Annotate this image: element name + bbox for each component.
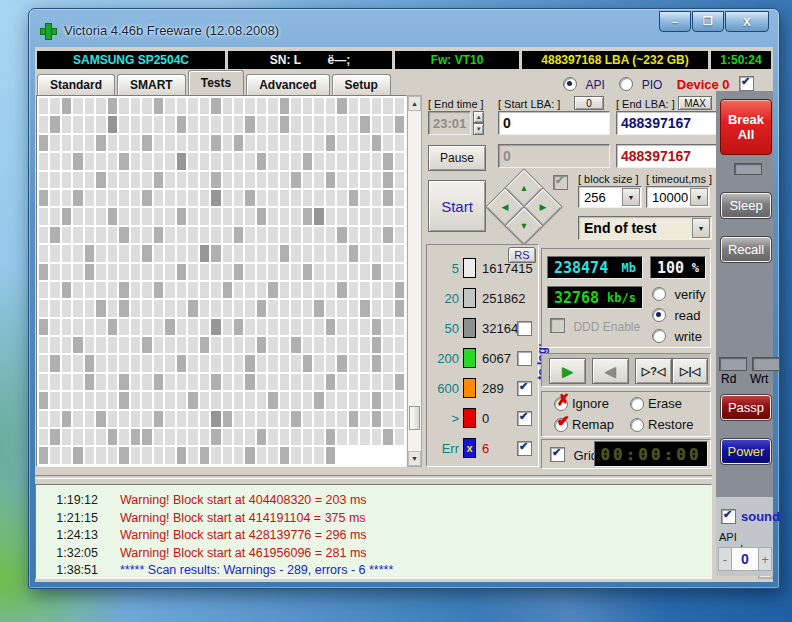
block-cell xyxy=(268,319,277,335)
tab-advanced[interactable]: Advanced xyxy=(246,74,329,95)
block-cell xyxy=(177,135,186,151)
legend-row-err: Errx6 xyxy=(431,433,534,463)
block-cell xyxy=(211,411,220,427)
log-message: Warning! Block start at 404408320 = 203 … xyxy=(120,492,367,510)
block-cell xyxy=(85,337,94,353)
block-cell xyxy=(154,153,163,169)
write-label: write xyxy=(674,329,701,344)
scrollbar-thumb[interactable] xyxy=(409,406,420,430)
block-cell xyxy=(280,429,289,445)
tab-setup[interactable]: Setup xyxy=(332,74,391,95)
block-cell-empty xyxy=(372,447,381,463)
seek-error-button[interactable]: ▷?◁ xyxy=(635,358,672,384)
timeout-dropdown[interactable]: 10000 ▼ xyxy=(646,186,710,208)
ignore-radio[interactable]: ✗ xyxy=(554,397,568,411)
write-radio[interactable] xyxy=(652,329,666,343)
recall-button[interactable]: Recall xyxy=(721,237,771,262)
block-cell xyxy=(154,135,163,151)
sound-checkbox[interactable] xyxy=(721,509,736,524)
ddd-enable-checkbox[interactable] xyxy=(550,318,565,333)
block-cell xyxy=(360,245,369,261)
to-log-checkbox->[interactable] xyxy=(517,411,532,426)
block-cell xyxy=(50,447,59,463)
dropdown-arrow-icon[interactable]: ▼ xyxy=(692,218,710,238)
block-cell xyxy=(131,135,140,151)
scan-back-button[interactable]: ◀ xyxy=(592,358,629,384)
start-button[interactable]: Start xyxy=(428,180,486,232)
block-cell xyxy=(131,227,140,243)
end-lba-input[interactable]: 488397167 xyxy=(616,111,718,135)
passp-button[interactable]: Passp xyxy=(721,395,771,420)
maximize-button[interactable]: ❒ xyxy=(692,11,724,32)
block-cell xyxy=(119,227,128,243)
block-cell xyxy=(188,190,197,206)
read-radio[interactable] xyxy=(652,308,666,322)
block-cell xyxy=(223,429,232,445)
to-log-checkbox-err[interactable] xyxy=(517,441,532,456)
block-map-scrollbar[interactable]: ▲ ▼ xyxy=(407,95,422,467)
api-radio[interactable] xyxy=(563,77,577,91)
block-cell xyxy=(50,374,59,390)
block-cell xyxy=(96,355,105,371)
seek-end-button[interactable]: ▷|◁ xyxy=(672,358,708,384)
block-cell xyxy=(337,245,346,261)
api-plus-button[interactable]: + xyxy=(758,547,772,571)
dropdown-arrow-icon[interactable]: ▼ xyxy=(622,188,640,206)
end-time-up-icon[interactable]: ▲ xyxy=(473,111,484,123)
block-cell xyxy=(177,337,186,353)
block-cell xyxy=(291,227,300,243)
scroll-up-icon[interactable]: ▲ xyxy=(408,96,421,111)
remap-radio[interactable]: ✔ xyxy=(554,418,568,432)
max-button[interactable]: MAX xyxy=(678,96,712,110)
verify-radio[interactable] xyxy=(652,287,666,301)
end-time-down-icon[interactable]: ▼ xyxy=(473,123,484,135)
block-cell xyxy=(234,429,243,445)
block-cell xyxy=(200,282,209,298)
tab-tests[interactable]: Tests xyxy=(188,70,244,95)
dropdown-arrow-icon[interactable]: ▼ xyxy=(690,188,708,206)
start-lba-zero-button[interactable]: 0 xyxy=(574,96,604,110)
pio-radio[interactable] xyxy=(619,77,633,91)
block-cell xyxy=(234,135,243,151)
title-bar[interactable]: Victoria 4.46b Freeware (12.08.2008) – ❒… xyxy=(29,9,779,47)
tab-standard[interactable]: Standard xyxy=(37,74,115,95)
scan-forward-button[interactable]: ▶ xyxy=(549,358,586,384)
block-cell xyxy=(326,264,335,280)
to-log-checkbox-200[interactable] xyxy=(517,351,532,366)
grid-checkbox[interactable] xyxy=(550,447,565,462)
restore-radio[interactable] xyxy=(630,418,644,432)
api-minus-button[interactable]: - xyxy=(718,547,732,571)
tab-smart[interactable]: SMART xyxy=(117,74,186,95)
block-cell xyxy=(200,319,209,335)
break-all-button[interactable]: BreakAll xyxy=(720,99,772,155)
end-action-dropdown[interactable]: End of test ▼ xyxy=(578,216,712,240)
close-button[interactable]: X xyxy=(725,11,769,32)
legend-threshold-label: 600 xyxy=(431,381,459,396)
end-time-spinner[interactable]: 23:01 ▲ ▼ xyxy=(428,111,484,135)
log-entry: 1:21:15Warning! Block start at 414191104… xyxy=(40,510,691,528)
to-log-checkbox-50[interactable] xyxy=(517,321,532,336)
power-button[interactable]: Power xyxy=(721,439,771,464)
to-log-checkbox-600[interactable] xyxy=(517,381,532,396)
pause-button[interactable]: Pause xyxy=(428,145,486,171)
minimize-button[interactable]: – xyxy=(659,11,691,32)
block-cell xyxy=(245,190,254,206)
erase-radio[interactable] xyxy=(630,397,644,411)
block-cell xyxy=(223,153,232,169)
sleep-button[interactable]: Sleep xyxy=(721,193,771,218)
block-cell xyxy=(268,447,277,463)
hints-checkbox[interactable] xyxy=(739,76,754,91)
block-cell xyxy=(188,264,197,280)
block-cell xyxy=(50,190,59,206)
nav-checkbox[interactable] xyxy=(553,175,568,190)
block-cell xyxy=(39,374,48,390)
block-size-dropdown[interactable]: 256 ▼ xyxy=(578,186,642,208)
block-cell xyxy=(326,355,335,371)
log-box[interactable]: 1:19:12Warning! Block start at 404408320… xyxy=(35,484,712,579)
start-lba-input[interactable]: 0 xyxy=(498,111,610,135)
scroll-down-icon[interactable]: ▼ xyxy=(408,451,421,466)
block-map[interactable] xyxy=(36,95,407,467)
block-cell xyxy=(268,337,277,353)
end-time-value: 23:01 xyxy=(428,111,471,135)
block-cell xyxy=(73,319,82,335)
